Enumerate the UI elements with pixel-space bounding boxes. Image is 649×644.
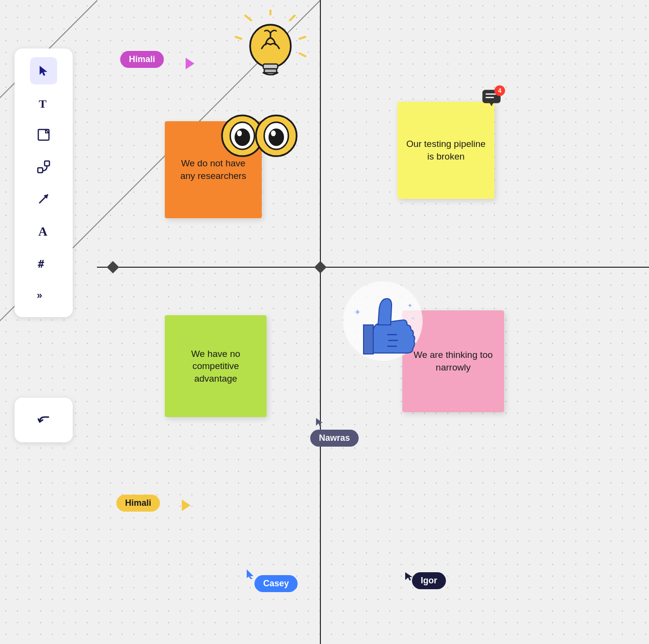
svg-rect-3 [45, 161, 49, 166]
lightbulb-sticker [232, 10, 309, 87]
svg-line-16 [236, 37, 241, 39]
undo-toolbar [15, 398, 73, 442]
user-igor: Igor [412, 572, 446, 589]
comment-count: 4 [494, 85, 505, 96]
svg-rect-20 [264, 69, 277, 73]
svg-line-13 [300, 37, 305, 39]
svg-line-15 [245, 16, 251, 20]
canvas-background [0, 0, 649, 644]
user-himali-bottom: Himali [116, 495, 160, 512]
thumbsup-sticker: ✦ ✦ ✦ [339, 276, 427, 364]
user-nawras: Nawras [310, 427, 359, 447]
himali-top-cursor [186, 58, 194, 69]
arrow-tool[interactable] [30, 185, 57, 212]
connect-tool[interactable] [30, 153, 57, 180]
sticky-yellow[interactable]: 4 Our testing pipeline is broken [397, 102, 494, 199]
user-casey: Casey [254, 575, 298, 592]
svg-text:✦: ✦ [354, 307, 361, 317]
frame-tool[interactable]: # [30, 249, 57, 276]
font-tool[interactable]: A [30, 217, 57, 244]
sticky-green[interactable]: We have no competitive advantage [165, 315, 267, 417]
svg-point-24 [237, 130, 242, 136]
svg-text:T: T [39, 97, 47, 110]
user-himali-top: Himali [120, 51, 164, 68]
svg-line-12 [290, 16, 295, 20]
svg-text:✦: ✦ [407, 302, 413, 309]
horizontal-axis [97, 267, 649, 268]
svg-point-23 [235, 129, 250, 146]
himali-bottom-cursor [182, 499, 190, 511]
sticky-note-tool[interactable] [30, 121, 57, 148]
svg-text:»: » [37, 290, 42, 299]
svg-text:#: # [38, 258, 45, 270]
svg-text:A: A [38, 225, 47, 238]
svg-point-27 [269, 129, 284, 146]
svg-point-28 [271, 130, 276, 136]
vertical-axis [320, 0, 321, 644]
undo-button[interactable] [30, 406, 57, 434]
select-tool[interactable] [30, 57, 57, 84]
svg-rect-2 [38, 168, 43, 173]
text-tool[interactable]: T [30, 89, 57, 116]
svg-rect-19 [263, 64, 278, 69]
svg-point-17 [250, 25, 291, 67]
toolbar: T A # » [15, 48, 73, 317]
svg-line-14 [300, 53, 305, 56]
svg-text:✦: ✦ [411, 316, 415, 321]
eyes-sticker [218, 109, 301, 162]
more-tools[interactable]: » [30, 281, 57, 308]
